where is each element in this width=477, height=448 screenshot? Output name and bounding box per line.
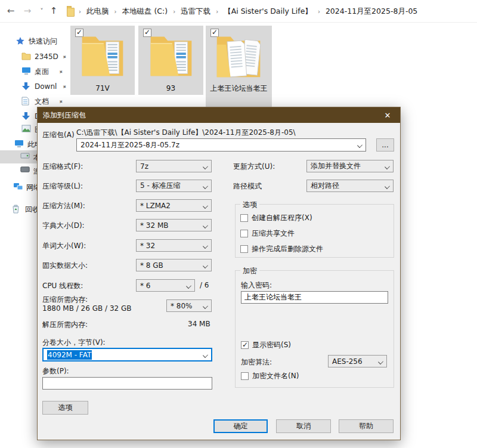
breadcrumb-separator: › [216, 8, 218, 15]
method-label: 压缩方法(M): [42, 201, 85, 211]
close-icon[interactable]: ✕ [375, 107, 400, 123]
sidebar-item-2345d[interactable]: 2345D ✦ [21, 50, 67, 63]
breadcrumb-separator: › [318, 8, 320, 15]
file-tile-93[interactable]: 93 [138, 26, 203, 95]
sidebar-item-label: 桌面 [35, 67, 55, 77]
pin-icon: ✦ [60, 82, 68, 91]
update-mode-value: 添加并替换文件 [311, 161, 361, 171]
encryption-group-title: 加密 [240, 266, 259, 276]
word-size-label: 单词大小(W): [42, 241, 86, 251]
solid-block-combobox[interactable]: * 8 GB [136, 259, 212, 271]
decompress-memory-label: 解压所需内存: [42, 320, 88, 330]
checkbox[interactable] [240, 245, 248, 253]
cpu-threads-combobox[interactable]: * 6 [136, 279, 195, 292]
ok-button[interactable]: 确定 [213, 419, 268, 433]
breadcrumb-separator: › [79, 8, 81, 15]
delete-after-checkbox-row[interactable]: 操作完成后删除源文件 [240, 244, 323, 254]
checkbox[interactable] [240, 214, 248, 222]
level-label: 压缩等级(L): [42, 181, 83, 191]
dialog-title: 添加到压缩包 [43, 110, 86, 121]
cpu-threads-max: / 6 [200, 281, 209, 289]
update-mode-label: 更新方式(U): [233, 162, 275, 172]
chevron-down-icon [203, 263, 208, 268]
help-button[interactable]: 帮助 [339, 419, 394, 433]
browse-button[interactable]: ... [376, 138, 394, 152]
breadcrumb-separator: › [173, 8, 175, 15]
compress-shared-checkbox-row[interactable]: 压缩共享文件 [240, 228, 295, 239]
sidebar-item-documents[interactable]: 文档 ✦ [21, 95, 63, 108]
forward-icon[interactable]: → [21, 5, 33, 16]
encrypt-filenames-checkbox-row[interactable]: 加密文件名(N) [241, 371, 299, 381]
breadcrumb-ai-sister[interactable]: 【Ai Sister's Daily Life】 [222, 5, 314, 18]
add-to-archive-dialog: 添加到压缩包 ✕ 压缩包(A) C:\迅雷下载\【Ai Sister's Dai… [37, 107, 401, 440]
decompress-memory-value: 34 MB [188, 320, 210, 328]
dictionary-size-combobox[interactable]: * 32 MB [136, 219, 212, 231]
breadcrumb-local-disk[interactable]: 本地磁盘 (C:) [120, 5, 170, 18]
word-size-combobox[interactable]: * 32 [136, 239, 212, 252]
format-label: 压缩格式(F): [42, 162, 83, 172]
breadcrumb-this-pc[interactable]: 此电脑 [85, 5, 111, 18]
download-arrow-icon [21, 112, 31, 121]
archive-name-combobox[interactable]: 2024-11月至2025-8月-05.7z [76, 138, 366, 152]
sidebar-item-downloads[interactable]: Downl ✦ [21, 80, 67, 93]
checkbox-label: 显示密码(S) [252, 340, 291, 350]
checkbox[interactable] [241, 372, 249, 380]
parameters-label: 参数(P): [42, 366, 69, 376]
encryption-method-label: 加密算法: [241, 357, 272, 367]
checkbox-label: 压缩共享文件 [252, 228, 295, 239]
picture-icon [21, 125, 31, 134]
up-icon[interactable]: ↑ [48, 5, 60, 16]
password-input[interactable] [241, 291, 388, 304]
parameters-input[interactable] [42, 377, 212, 390]
format-combobox[interactable]: 7z [136, 160, 212, 172]
cpu-threads-label: CPU 线程数: [42, 281, 83, 291]
recent-locations-icon[interactable]: ˅ [36, 8, 48, 14]
folder-icon [146, 32, 196, 80]
volume-size-label: 分卷大小，字节(V): [42, 338, 106, 348]
chevron-down-icon [203, 184, 208, 189]
create-sfx-checkbox-row[interactable]: 创建自解压程序(X) [240, 213, 312, 223]
volume-size-combobox[interactable]: 4092M - FAT [42, 348, 212, 362]
checkbox-label: 创建自解压程序(X) [252, 213, 312, 223]
method-combobox[interactable]: * LZMA2 [136, 199, 212, 212]
dictionary-size-value: * 32 MB [140, 221, 168, 230]
word-size-value: * 32 [140, 242, 155, 250]
encryption-method-value: AES-256 [332, 357, 363, 366]
sidebar-item-label: 2345D [35, 52, 58, 61]
checkbox[interactable] [240, 230, 248, 237]
show-password-checkbox-row[interactable]: 显示密码(S) [241, 340, 291, 350]
compress-memory-label: 压缩所需内存: [42, 295, 88, 305]
dictionary-size-label: 字典大小(D): [42, 221, 85, 231]
folder-icon [78, 32, 128, 80]
desktop-icon [21, 67, 31, 76]
path-mode-value: 相对路径 [311, 181, 339, 191]
password-label: 输入密码: [241, 280, 272, 291]
checkbox-label: 操作完成后删除源文件 [252, 244, 323, 254]
path-mode-combobox[interactable]: 相对路径 [306, 180, 394, 192]
checkbox[interactable] [241, 341, 249, 349]
breadcrumb-current-folder[interactable]: 2024-11月至2025-8月-05 [324, 5, 419, 18]
encryption-method-combobox[interactable]: AES-256 [328, 355, 387, 367]
explorer-toolbar: ← → ˅ ↑ › 此电脑 › 本地磁盘 (C:) › 迅雷下载 › 【Ai S… [0, 0, 477, 23]
file-tile-71v[interactable]: 71V [70, 26, 135, 95]
back-icon[interactable]: ← [5, 5, 17, 16]
breadcrumb-thunder-download[interactable]: 迅雷下载 [179, 5, 212, 18]
cpu-threads-value: * 6 [140, 282, 150, 290]
chevron-down-icon [203, 203, 208, 209]
solid-block-value: * 8 GB [140, 261, 163, 270]
cancel-button[interactable]: 取消 [276, 419, 331, 433]
memory-percent-value: * 80% [171, 302, 193, 310]
update-mode-combobox[interactable]: 添加并替换文件 [306, 160, 394, 172]
options-group-title: 选项 [240, 200, 259, 210]
sidebar-item-label: 文档 [35, 97, 55, 107]
memory-percent-combobox[interactable]: * 80% [166, 299, 212, 312]
sidebar-item-desktop[interactable]: 桌面 ✦ [21, 65, 63, 78]
level-combobox[interactable]: 5 - 标准压缩 [136, 180, 212, 192]
file-tile-laowang[interactable]: 上老王论坛当老王 [206, 26, 272, 107]
file-name: 93 [138, 84, 203, 92]
options-button[interactable]: 选项 [42, 401, 88, 415]
chevron-down-icon [203, 243, 208, 249]
folder-icon [213, 32, 265, 81]
sidebar-item-quick-access[interactable]: 快速访问 [16, 35, 57, 48]
checkbox-label: 加密文件名(N) [252, 371, 299, 381]
